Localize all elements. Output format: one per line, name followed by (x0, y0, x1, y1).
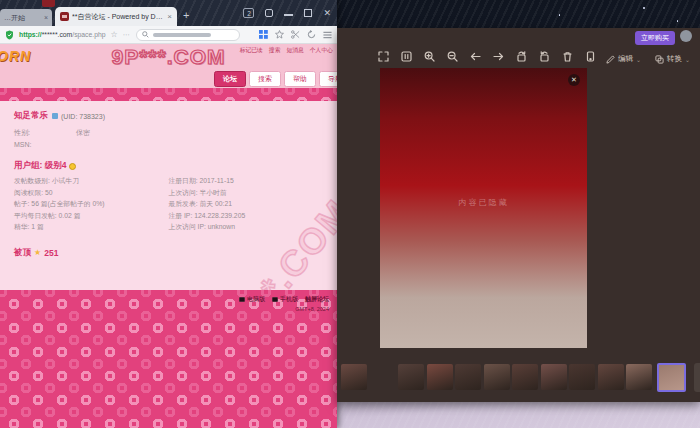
scissors-clip-icon[interactable] (291, 30, 300, 39)
stat-register-ip: 注册 IP: 124.228.239.205 (169, 210, 324, 222)
redaction-label: 内容已隐藏 (380, 197, 587, 208)
stat-digest: 精华: 1 篇 (14, 221, 169, 233)
url-more-icon[interactable]: ⋯ (123, 31, 131, 39)
thumbnail-placeholder[interactable] (598, 364, 624, 390)
msn-label: MSN: (14, 139, 76, 151)
zoom-out-icon[interactable] (446, 50, 458, 62)
tab-close-icon[interactable]: × (44, 14, 48, 21)
nav-tab-forum[interactable]: 论坛 (214, 71, 246, 87)
background-tab[interactable]: …开始 × (0, 9, 52, 26)
thumbnail-strip-group (341, 364, 655, 390)
url-domain-masked: ******.com (42, 31, 73, 38)
thumbnail-placeholder[interactable] (398, 364, 424, 390)
header-link[interactable]: 个人中心 (310, 46, 333, 55)
forum-nav: 论坛 搜索 帮助 导航 (0, 72, 337, 88)
stat-daily-posts: 平均每日发帖: 0.02 篇 (14, 210, 169, 222)
nav-tab-extra[interactable]: 导航 (319, 71, 337, 87)
liked-count: 251 (44, 248, 58, 258)
active-tab-title: **自营论坛 - Powered by D… (72, 12, 164, 22)
liked-label: 被顶 (14, 247, 31, 259)
security-shield-icon (5, 30, 14, 40)
new-tab-button[interactable]: + (183, 10, 189, 21)
wallpaper-star (643, 7, 645, 9)
bookmark-star-icon[interactable]: ☆ (111, 30, 118, 39)
stat-register-date: 注册日期: 2017-11-15 (169, 175, 324, 187)
search-input[interactable] (136, 29, 240, 41)
rotate-left-icon[interactable] (515, 50, 527, 62)
user-group-label: 用户组: 级别4 (14, 160, 66, 172)
ocr-doc-icon[interactable] (584, 50, 596, 62)
forum-page: ORN 9P***.COM 标记已读 搜索 短消息 个人中心 论坛 搜索 帮助 … (0, 44, 337, 428)
profile-username[interactable]: 知足常乐 (14, 110, 48, 122)
next-image-icon[interactable] (492, 50, 504, 62)
footer-link-mobile[interactable]: 手机版 (272, 295, 298, 304)
star-icon: ★ (34, 248, 41, 257)
delete-trash-icon[interactable] (561, 50, 573, 62)
actual-size-icon[interactable] (400, 50, 412, 62)
header-link[interactable]: 短消息 (286, 46, 303, 55)
buy-now-button[interactable]: 立即购买 (635, 31, 675, 45)
previous-image-icon[interactable] (469, 50, 481, 62)
gender-value: 保密 (76, 127, 90, 139)
main-image-placeholder-redacted[interactable]: 内容已隐藏 ✕ (380, 68, 587, 348)
decor-band (0, 88, 337, 101)
footer-link-desktop[interactable]: 电脑版 (239, 295, 265, 304)
window-close-button[interactable]: ✕ (323, 9, 331, 18)
stat-last-post: 最后发表: 前天 00:21 (169, 198, 324, 210)
rotate-right-icon[interactable] (538, 50, 550, 62)
header-links: 标记已读 搜索 短消息 个人中心 (240, 46, 333, 55)
phone-icon (272, 297, 278, 302)
tab-favicon (60, 12, 69, 21)
active-tab[interactable]: **自营论坛 - Powered by D… × (55, 7, 177, 26)
background-tab-title: …开始 (4, 13, 25, 23)
message-icon[interactable] (52, 113, 58, 119)
thumbnail-selected[interactable] (657, 363, 686, 392)
search-icon (142, 31, 149, 38)
thumbnail-placeholder[interactable] (626, 364, 652, 390)
stat-post-level: 发帖数级别: 小试牛刀 (14, 175, 169, 187)
footer-site-name[interactable]: 触屏论坛 (305, 295, 329, 304)
forum-header: ORN 9P***.COM 标记已读 搜索 短消息 个人中心 (0, 44, 337, 72)
zoom-in-icon[interactable] (423, 50, 435, 62)
header-link[interactable]: 搜索 (269, 46, 281, 55)
panel-icon[interactable] (265, 9, 273, 17)
stat-read-permission: 阅读权限: 50 (14, 187, 169, 199)
window-minimize-button[interactable] (284, 14, 293, 16)
stat-last-ip: 上次访问 IP: unknown (169, 221, 324, 233)
convert-button[interactable]: 转换⌄ (655, 54, 690, 64)
thumbnail-placeholder[interactable] (569, 364, 595, 390)
view-more-button[interactable]: 查看更多 (694, 363, 700, 392)
apps-grid-icon[interactable] (259, 30, 268, 39)
thumbnail-placeholder[interactable] (541, 364, 567, 390)
url-text[interactable]: https://******.com/space.php (19, 31, 106, 38)
photo-viewer-window: 立即购买 编辑⌄ 转换⌄ 内容已隐藏 ✕ 查看更多 (337, 28, 700, 402)
url-bar: https://******.com/space.php ☆ ⋯ (0, 26, 337, 44)
convert-icon (655, 55, 664, 64)
url-path: /space.php (72, 31, 105, 38)
desktop-wallpaper: …开始 × **自营论坛 - Powered by D… × + 2 ✕ (0, 0, 700, 428)
tab-close-icon[interactable]: × (167, 12, 172, 21)
stat-posts: 帖子: 56 篇(占全部帖子的 0%) (14, 198, 169, 210)
menu-hamburger-icon[interactable] (323, 31, 332, 39)
browser-window: …开始 × **自营论坛 - Powered by D… × + 2 ✕ (0, 0, 337, 428)
pencil-icon (606, 55, 615, 64)
fullscreen-icon[interactable] (377, 50, 389, 62)
favorites-star-icon[interactable] (275, 30, 284, 39)
account-avatar[interactable] (680, 30, 692, 42)
undo-refresh-icon[interactable] (307, 30, 316, 39)
thumbnail-placeholder[interactable] (512, 364, 538, 390)
image-close-icon[interactable]: ✕ (568, 74, 580, 86)
window-maximize-button[interactable] (304, 9, 312, 17)
thumbnail-placeholder[interactable] (427, 364, 453, 390)
background-app-icon (42, 0, 55, 7)
thumbnail-placeholder[interactable] (341, 364, 367, 390)
edit-button[interactable]: 编辑⌄ (606, 54, 641, 64)
nav-tab-search[interactable]: 搜索 (249, 71, 281, 87)
nav-tab-help[interactable]: 帮助 (284, 71, 316, 87)
thumbnail-placeholder[interactable] (455, 364, 481, 390)
header-link[interactable]: 标记已读 (240, 46, 263, 55)
viewer-toolbar (377, 50, 596, 62)
tab-count-badge[interactable]: 2 (243, 8, 254, 18)
forum-footer: 电脑版 手机版 触屏论坛 GMT+8, 2024 (0, 290, 337, 428)
thumbnail-placeholder[interactable] (484, 364, 510, 390)
